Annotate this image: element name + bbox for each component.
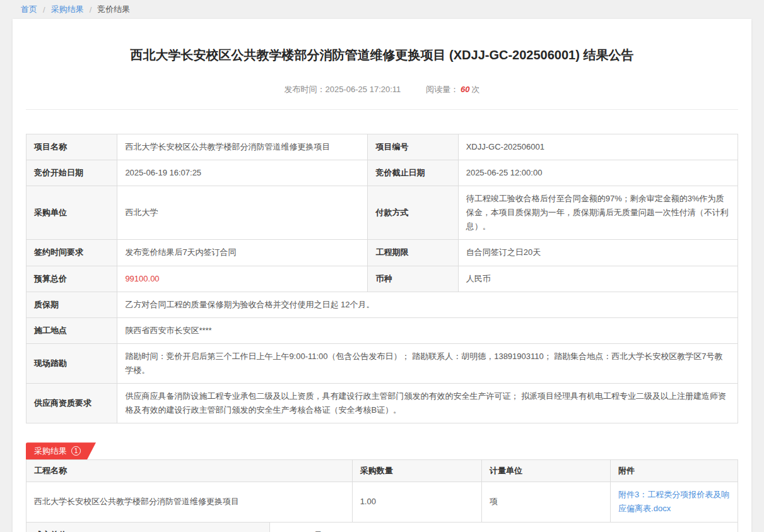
deal-price-cell: 73480.00 元 xyxy=(269,522,738,532)
duration-value: 自合同签订之日20天 xyxy=(458,240,738,266)
result-header-attachment: 附件 xyxy=(611,460,738,482)
table-row: 采购单位 西北大学 付款方式 待工程竣工验收合格后付至合同金额的97%；剩余审定… xyxy=(26,186,738,240)
project-details-table: 项目名称 西北大学长安校区公共教学楼部分消防管道维修更换项目 项目编号 XDJJ… xyxy=(26,134,738,423)
views-count: 60 xyxy=(461,85,469,94)
warranty-value: 乙方对合同工程的质量保修期为验收合格并交付使用之日起 12个月。 xyxy=(117,292,738,317)
bid-start-value: 2025-06-19 16:07:25 xyxy=(117,160,368,186)
publish-time-label: 发布时间： xyxy=(285,85,326,94)
table-row: 质保期 乙方对合同工程的质量保修期为验收合格并交付使用之日起 12个月。 xyxy=(26,292,738,317)
survey-value: 踏勘时间：竞价开启后第三个工作日上午上午9:00-11:00（包含公告发布日）；… xyxy=(117,343,738,383)
bid-end-value: 2025-06-25 12:00:00 xyxy=(458,160,738,186)
page-title: 西北大学长安校区公共教学楼部分消防管道维修更换项目 (XDJJ-GC-20250… xyxy=(26,19,738,64)
deal-price-value: 73480.00 xyxy=(278,530,312,532)
qualification-value: 供应商应具备消防设施工程专业承包二级及以上资质，具有建设行政主管部门颁发的有效的… xyxy=(117,384,738,423)
result-header-unit: 计量单位 xyxy=(481,460,610,482)
location-value: 陕西省西安市长安区**** xyxy=(117,317,738,343)
purchase-result-badge-label: 采购结果 xyxy=(34,446,67,457)
views-unit: 次 xyxy=(471,85,479,94)
purchase-result-table: 工程名称 采购数量 计量单位 附件 西北大学长安校区公共教学楼部分消防管道维修更… xyxy=(26,459,738,522)
purchaser-label: 采购单位 xyxy=(26,186,117,240)
views-group: 阅读量：60次 xyxy=(426,85,479,94)
breadcrumb-bid-results: 竞价结果 xyxy=(97,4,130,15)
result-unit: 项 xyxy=(481,482,610,522)
publish-time-value: 2025-06-25 17:20:11 xyxy=(326,85,401,94)
purchaser-value: 西北大学 xyxy=(117,186,368,240)
bid-start-label: 竞价开始日期 xyxy=(26,160,117,186)
publish-time-group: 发布时间：2025-06-25 17:20:11 xyxy=(285,85,403,94)
table-row: 现场踏勘 踏勘时间：竞价开启后第三个工作日上午上午9:00-11:00（包含公告… xyxy=(26,343,738,383)
budget-label: 预算总价 xyxy=(26,266,117,292)
budget-value: 99100.00 xyxy=(117,266,368,292)
payment-label: 付款方式 xyxy=(368,186,458,240)
result-project-name: 西北大学长安校区公共教学楼部分消防管道维修更换项目 xyxy=(26,482,353,522)
currency-label: 币种 xyxy=(368,266,458,292)
deal-summary-table: 成交总价 73480.00 元 成交供应商 陕西华川建设工程有限公司 xyxy=(26,522,738,532)
attachment-link[interactable]: 附件3：工程类分项报价表及响应偏离表.docx xyxy=(618,490,729,513)
project-name-value: 西北大学长安校区公共教学楼部分消防管道维修更换项目 xyxy=(117,134,368,160)
warranty-label: 质保期 xyxy=(26,292,117,317)
table-row: 西北大学长安校区公共教学楼部分消防管道维修更换项目 1.00 项 附件3：工程类… xyxy=(26,482,738,522)
purchase-result-badge: 采购结果 1 xyxy=(26,442,96,459)
breadcrumb-separator: / xyxy=(90,5,92,15)
result-attachment-cell: 附件3：工程类分项报价表及响应偏离表.docx xyxy=(611,482,738,522)
breadcrumb-home[interactable]: 首页 xyxy=(21,4,37,15)
project-code-label: 项目编号 xyxy=(368,134,458,160)
deal-price-unit: 元 xyxy=(314,530,322,532)
views-label: 阅读量： xyxy=(426,85,459,94)
result-quantity: 1.00 xyxy=(352,482,481,522)
breadcrumb-purchase-results[interactable]: 采购结果 xyxy=(51,4,84,15)
announcement-meta: 发布时间：2025-06-25 17:20:11 阅读量：60次 xyxy=(26,84,738,95)
meta-divider xyxy=(26,109,738,110)
announcement-card: 西北大学长安校区公共教学楼部分消防管道维修更换项目 (XDJJ-GC-20250… xyxy=(13,19,751,532)
duration-label: 工程期限 xyxy=(368,240,458,266)
badge-number: 1 xyxy=(71,446,81,456)
breadcrumb-separator: / xyxy=(43,5,45,15)
breadcrumb: 首页 / 采购结果 / 竞价结果 xyxy=(0,0,764,19)
survey-label: 现场踏勘 xyxy=(26,343,117,383)
location-label: 施工地点 xyxy=(26,317,117,343)
table-row: 供应商资质要求 供应商应具备消防设施工程专业承包二级及以上资质，具有建设行政主管… xyxy=(26,384,738,423)
result-header-quantity: 采购数量 xyxy=(352,460,481,482)
sign-time-value: 发布竞价结果后7天内签订合同 xyxy=(117,240,368,266)
table-row: 施工地点 陕西省西安市长安区**** xyxy=(26,317,738,343)
table-row: 项目名称 西北大学长安校区公共教学楼部分消防管道维修更换项目 项目编号 XDJJ… xyxy=(26,134,738,160)
table-header-row: 工程名称 采购数量 计量单位 附件 xyxy=(26,460,738,482)
result-header-name: 工程名称 xyxy=(26,460,353,482)
project-code-value: XDJJ-GC-202506001 xyxy=(458,134,738,160)
table-row: 竞价开始日期 2025-06-19 16:07:25 竞价截止日期 2025-0… xyxy=(26,160,738,186)
qualification-label: 供应商资质要求 xyxy=(26,384,117,423)
table-row: 签约时间要求 发布竞价结果后7天内签订合同 工程期限 自合同签订之日20天 xyxy=(26,240,738,266)
sign-time-label: 签约时间要求 xyxy=(26,240,117,266)
table-row: 预算总价 99100.00 币种 人民币 xyxy=(26,266,738,292)
bid-end-label: 竞价截止日期 xyxy=(368,160,458,186)
project-name-label: 项目名称 xyxy=(26,134,117,160)
payment-value: 待工程竣工验收合格后付至合同金额的97%；剩余审定金额的3%作为质保金，本项目质… xyxy=(458,186,738,240)
result-section-header: 采购结果 1 xyxy=(26,442,738,459)
deal-price-label: 成交总价 xyxy=(26,522,270,532)
currency-value: 人民币 xyxy=(458,266,738,292)
table-row: 成交总价 73480.00 元 xyxy=(26,522,738,532)
